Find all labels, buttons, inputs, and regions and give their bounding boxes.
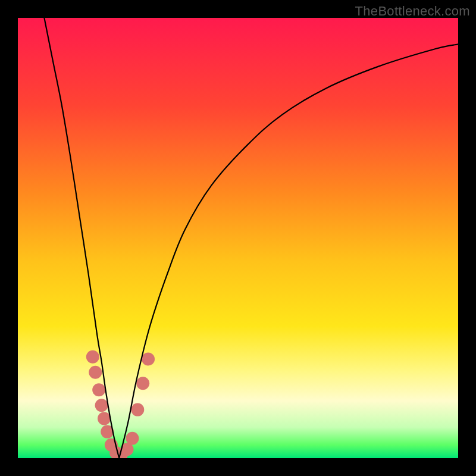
marker-dot	[89, 366, 102, 379]
marker-dot	[86, 350, 99, 364]
marker-dot	[126, 432, 139, 445]
left-branch-curve	[44, 18, 119, 458]
marker-dot	[95, 399, 108, 412]
right-branch-curve	[119, 44, 458, 458]
marker-dot	[142, 353, 155, 366]
chart-frame: TheBottleneck.com	[0, 0, 476, 476]
highlight-markers	[86, 350, 155, 458]
marker-dot	[136, 377, 149, 390]
marker-dot	[98, 412, 111, 425]
plot-area	[18, 18, 458, 458]
marker-dot	[131, 403, 144, 416]
watermark-text: TheBottleneck.com	[355, 4, 470, 19]
curves-layer	[18, 18, 458, 458]
marker-dot	[92, 383, 105, 396]
